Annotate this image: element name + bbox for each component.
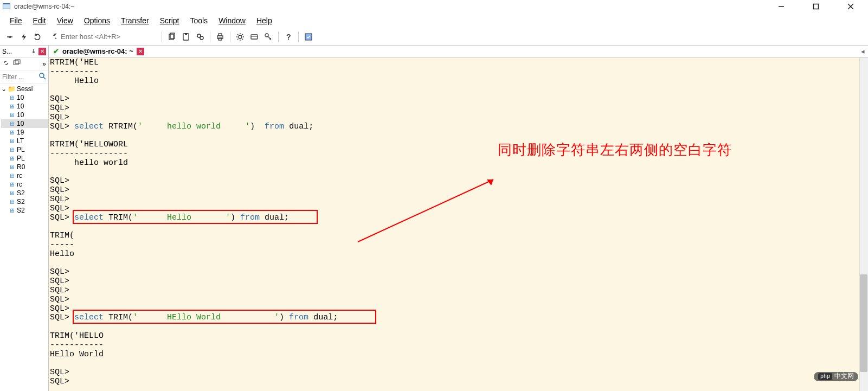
menu-edit[interactable]: Edit xyxy=(28,15,52,27)
svg-rect-13 xyxy=(218,34,222,36)
terminal-line: ---------- xyxy=(50,68,867,77)
terminal-line: ----------- xyxy=(50,341,867,350)
tree-item[interactable]: 🖥rc xyxy=(1,180,48,189)
session-icon: 🖥 xyxy=(9,103,15,110)
menu-script[interactable]: Script xyxy=(155,15,185,27)
tree-item-label: LT xyxy=(17,137,24,145)
tree-root[interactable]: ⌄ 📁 Sessi xyxy=(1,85,48,93)
filter-row xyxy=(0,70,48,84)
session-icon: 🖥 xyxy=(9,198,15,205)
disconnect-icon[interactable] xyxy=(46,30,59,43)
reconnect-icon[interactable] xyxy=(31,30,44,43)
print-icon[interactable] xyxy=(214,30,227,43)
filter-input[interactable] xyxy=(2,73,38,81)
menu-bar: File Edit View Options Transfer Script T… xyxy=(0,13,868,28)
find-icon[interactable] xyxy=(194,30,207,43)
link-icon[interactable] xyxy=(2,59,10,68)
terminal-output[interactable]: RTRIM('HEL---------- Hello SQL>SQL>SQL>S… xyxy=(49,57,868,391)
tab-close-icon[interactable]: ✕ xyxy=(137,48,144,55)
toolbar: ? xyxy=(0,28,868,46)
tab-overflow-icon[interactable]: ◂ xyxy=(858,47,868,55)
session-icon: 🖥 xyxy=(9,164,15,170)
tree-item[interactable]: 🖥rc xyxy=(1,171,48,180)
toolbar-separator xyxy=(230,31,230,42)
settings-icon[interactable] xyxy=(234,30,247,43)
tree-item[interactable]: 🖥LT xyxy=(1,137,48,145)
tree-item[interactable]: 🖥R0 xyxy=(1,163,48,171)
menu-view[interactable]: View xyxy=(52,15,79,27)
minimize-button[interactable] xyxy=(770,1,792,12)
close-button[interactable] xyxy=(840,1,861,12)
panel-close-icon[interactable]: ✕ xyxy=(38,48,46,55)
terminal-line: SQL> xyxy=(50,296,867,305)
svg-rect-9 xyxy=(185,33,187,35)
scrollbar[interactable] xyxy=(859,57,868,391)
terminal-line: SQL> xyxy=(50,368,867,377)
tree-item[interactable]: 🖥19 xyxy=(1,128,48,137)
copy-icon[interactable] xyxy=(165,30,178,43)
session-icon: 🖥 xyxy=(9,94,15,101)
tree-item[interactable]: 🖥10 xyxy=(1,119,48,128)
pin-icon[interactable] xyxy=(31,48,36,55)
svg-point-23 xyxy=(40,73,44,78)
more-icon[interactable]: » xyxy=(42,60,46,68)
help-icon[interactable]: ? xyxy=(282,30,295,43)
tree-item[interactable]: 🖥10 xyxy=(1,102,48,111)
session-icon: 🖥 xyxy=(9,181,15,188)
terminal-line: SQL> xyxy=(50,95,867,104)
tree-item[interactable]: 🖥S2 xyxy=(1,197,48,206)
tree-item[interactable]: 🖥10 xyxy=(1,111,48,119)
misc-icon[interactable] xyxy=(302,30,315,43)
terminal-line xyxy=(50,168,867,177)
terminal-line: TRIM('HELLO xyxy=(50,332,867,341)
connect-icon[interactable] xyxy=(3,30,16,43)
session-options-icon[interactable] xyxy=(248,30,261,43)
menu-tools[interactable]: Tools xyxy=(184,15,213,27)
check-icon: ✔ xyxy=(53,47,59,55)
terminal-line xyxy=(50,323,867,332)
new-window-icon[interactable] xyxy=(13,59,21,68)
tab-bar: ✔ oracle@wms-rc-04: ~ ✕ ◂ xyxy=(49,46,868,57)
terminal-line: SQL> xyxy=(50,377,867,387)
session-icon: 🖥 xyxy=(9,207,15,214)
menu-options[interactable]: Options xyxy=(79,15,115,27)
scrollbar-thumb[interactable] xyxy=(860,274,867,372)
menu-transfer[interactable]: Transfer xyxy=(115,15,155,27)
session-tree[interactable]: ⌄ 📁 Sessi 🖥10🖥10🖥10🖥10🖥19🖥LT🖥PL🖥PL🖥R0🖥rc… xyxy=(0,84,48,391)
tree-item[interactable]: 🖥S2 xyxy=(1,189,48,197)
terminal-line xyxy=(50,86,867,95)
key-icon[interactable] xyxy=(262,30,275,43)
terminal-line: Hello xyxy=(50,77,867,86)
svg-rect-14 xyxy=(218,38,222,40)
session-icon: 🖥 xyxy=(9,146,15,153)
terminal-line: hello world xyxy=(50,159,867,168)
tab-active[interactable]: ✔ oracle@wms-rc-04: ~ ✕ xyxy=(49,46,149,57)
menu-help[interactable]: Help xyxy=(251,15,278,27)
terminal-line: SQL> xyxy=(50,305,867,314)
tree-item-label: S2 xyxy=(17,189,25,197)
terminal-line: TRIM( xyxy=(50,232,867,241)
tree-item-label: 19 xyxy=(17,129,24,136)
tree-item[interactable]: 🖥PL xyxy=(1,154,48,163)
terminal-line: ---------------- xyxy=(50,150,867,159)
menu-file[interactable]: File xyxy=(4,15,28,27)
app-icon xyxy=(2,2,11,11)
svg-text:?: ? xyxy=(286,33,291,41)
session-icon: 🖥 xyxy=(9,112,15,118)
tree-item-label: 10 xyxy=(17,111,24,119)
toolbar-separator xyxy=(298,31,299,42)
svg-point-15 xyxy=(239,35,242,39)
paste-icon[interactable] xyxy=(179,30,192,43)
svg-rect-1 xyxy=(3,4,10,9)
terminal-line xyxy=(50,222,867,232)
tree-item-label: S2 xyxy=(17,198,25,206)
tree-item[interactable]: 🖥S2 xyxy=(1,206,48,215)
menu-window[interactable]: Window xyxy=(213,15,251,27)
tree-item[interactable]: 🖥10 xyxy=(1,93,48,102)
quick-connect-icon[interactable] xyxy=(17,30,30,43)
terminal-area: ✔ oracle@wms-rc-04: ~ ✕ ◂ RTRIM('HEL----… xyxy=(49,46,868,391)
maximize-button[interactable] xyxy=(805,1,827,12)
host-input[interactable] xyxy=(60,31,158,43)
search-icon[interactable] xyxy=(38,72,46,81)
tree-item[interactable]: 🖥PL xyxy=(1,145,48,154)
